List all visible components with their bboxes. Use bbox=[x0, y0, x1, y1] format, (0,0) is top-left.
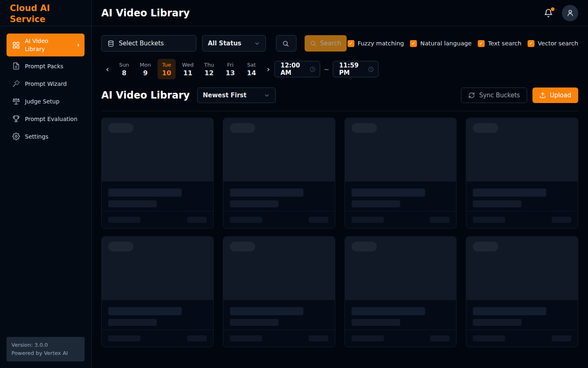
video-card-skeleton bbox=[223, 118, 335, 229]
subtitle-placeholder bbox=[230, 319, 278, 326]
day-of-week: Thu bbox=[204, 62, 214, 68]
notification-dot bbox=[551, 7, 555, 11]
day-cell[interactable]: Mon 9 bbox=[136, 59, 154, 79]
start-time-value: 12:00 AM bbox=[281, 62, 310, 76]
search-button[interactable]: Search bbox=[305, 35, 347, 52]
title-placeholder bbox=[352, 188, 425, 197]
checkbox-vector-search[interactable]: ✓ Vector search bbox=[528, 40, 578, 47]
sidebar-nav: AI Video Library › Prompt Packs Prompt W… bbox=[0, 26, 91, 144]
checkbox-text-search[interactable]: ✓ Text search bbox=[478, 40, 521, 47]
card-body bbox=[345, 300, 457, 330]
video-card-skeleton bbox=[466, 236, 578, 347]
upload-button[interactable]: Upload bbox=[532, 88, 578, 103]
chevron-left-icon: ‹ bbox=[106, 65, 109, 74]
subtitle-placeholder bbox=[352, 319, 400, 326]
day-cell[interactable]: Thu 12 bbox=[200, 59, 218, 79]
thumbnail-placeholder bbox=[345, 237, 457, 300]
next-week-button[interactable]: › bbox=[262, 61, 274, 77]
action-placeholder bbox=[309, 217, 328, 223]
sidebar-item-ai-video-library[interactable]: AI Video Library › bbox=[7, 34, 85, 56]
video-card-skeleton bbox=[223, 236, 335, 347]
sort-select-value: Newest First bbox=[203, 92, 247, 99]
user-avatar[interactable] bbox=[562, 5, 578, 21]
sidebar-item-prompt-evaluation[interactable]: Prompt Evaluation bbox=[7, 111, 85, 127]
meta-placeholder bbox=[108, 335, 140, 341]
day-cell[interactable]: Sun 8 bbox=[115, 59, 133, 79]
subtitle-placeholder bbox=[108, 319, 157, 326]
action-placeholder bbox=[430, 335, 450, 341]
sync-buckets-button[interactable]: Sync Buckets bbox=[461, 88, 527, 103]
upload-icon bbox=[539, 92, 546, 99]
sync-icon bbox=[468, 92, 475, 99]
video-card-skeleton bbox=[345, 236, 457, 347]
app-logo-line1: Cloud AI bbox=[10, 3, 85, 14]
start-time-input[interactable]: 12:00 AM bbox=[274, 61, 320, 77]
day-date: 10 bbox=[162, 69, 171, 77]
sidebar-item-prompt-packs[interactable]: Prompt Packs bbox=[7, 58, 85, 74]
notifications-button[interactable] bbox=[544, 9, 553, 18]
badge-placeholder bbox=[230, 242, 255, 251]
search-input[interactable] bbox=[276, 35, 296, 52]
subtitle-placeholder bbox=[352, 200, 400, 207]
card-body bbox=[223, 182, 335, 211]
sidebar-item-label: Prompt Wizard bbox=[25, 81, 67, 87]
checkmark-icon: ✓ bbox=[528, 40, 535, 47]
search-button-label: Search bbox=[320, 40, 341, 47]
checkbox-label: Fuzzy matching bbox=[358, 40, 404, 47]
search-text-field[interactable] bbox=[292, 40, 294, 47]
meta-placeholder bbox=[230, 217, 262, 223]
checkbox-natural-language[interactable]: ✓ Natural language bbox=[410, 40, 472, 47]
chevron-right-icon: › bbox=[267, 65, 270, 74]
sidebar-item-judge-setup[interactable]: Judge Setup bbox=[7, 93, 85, 109]
meta-placeholder bbox=[108, 217, 140, 223]
card-footer bbox=[466, 330, 578, 347]
badge-placeholder bbox=[108, 123, 134, 133]
day-of-week: Sun bbox=[119, 62, 129, 68]
card-footer bbox=[223, 330, 335, 347]
status-select[interactable]: All Status bbox=[202, 35, 266, 52]
section-title: AI Video Library bbox=[101, 90, 190, 101]
day-cell[interactable]: Wed 11 bbox=[179, 59, 197, 79]
end-time-input[interactable]: 11:59 PM bbox=[333, 61, 379, 77]
prev-week-button[interactable]: ‹ bbox=[101, 61, 114, 77]
thumbnail-placeholder bbox=[466, 237, 578, 300]
select-buckets-button[interactable]: Select Buckets bbox=[101, 35, 196, 52]
sidebar-item-label: AI Video Library bbox=[25, 37, 64, 53]
meta-placeholder bbox=[473, 335, 505, 341]
time-range-separator: ~ bbox=[324, 65, 329, 73]
content: Select Buckets All Status Search bbox=[91, 26, 588, 368]
gear-icon bbox=[12, 132, 20, 140]
sort-select[interactable]: Newest First bbox=[197, 88, 276, 103]
scale-icon bbox=[12, 97, 20, 105]
checkbox-fuzzy-matching[interactable]: ✓ Fuzzy matching bbox=[347, 40, 404, 47]
video-card-skeleton bbox=[101, 236, 214, 347]
database-icon bbox=[107, 40, 114, 47]
day-cell[interactable]: Sat 14 bbox=[243, 59, 261, 79]
action-placeholder bbox=[430, 217, 450, 223]
sidebar-item-prompt-wizard[interactable]: Prompt Wizard bbox=[7, 76, 85, 92]
action-placeholder bbox=[552, 335, 571, 341]
day-of-week: Mon bbox=[140, 62, 151, 68]
card-body bbox=[223, 300, 335, 330]
user-icon bbox=[566, 9, 574, 17]
video-card-skeleton bbox=[466, 118, 578, 229]
video-card-skeleton bbox=[101, 118, 214, 229]
badge-placeholder bbox=[230, 123, 255, 133]
badge-placeholder bbox=[473, 123, 498, 133]
top-bar: AI Video Library bbox=[91, 0, 588, 26]
card-body bbox=[102, 182, 213, 211]
sidebar-item-settings[interactable]: Settings bbox=[7, 128, 85, 144]
action-placeholder bbox=[187, 335, 207, 341]
day-cell[interactable]: Fri 13 bbox=[221, 59, 239, 79]
day-date: 11 bbox=[183, 69, 192, 77]
topbar-actions bbox=[544, 5, 578, 21]
badge-placeholder bbox=[473, 242, 498, 251]
sidebar-item-label: Settings bbox=[25, 133, 48, 140]
sidebar-item-label: Prompt Evaluation bbox=[25, 116, 78, 122]
day-cell[interactable]: Tue 10 bbox=[158, 59, 176, 79]
meta-placeholder bbox=[230, 335, 262, 341]
video-card-skeleton bbox=[345, 118, 457, 229]
version-text: Version: 3.0.0 bbox=[11, 341, 80, 349]
video-grid bbox=[101, 118, 578, 347]
status-select-value: All Status bbox=[208, 40, 241, 47]
